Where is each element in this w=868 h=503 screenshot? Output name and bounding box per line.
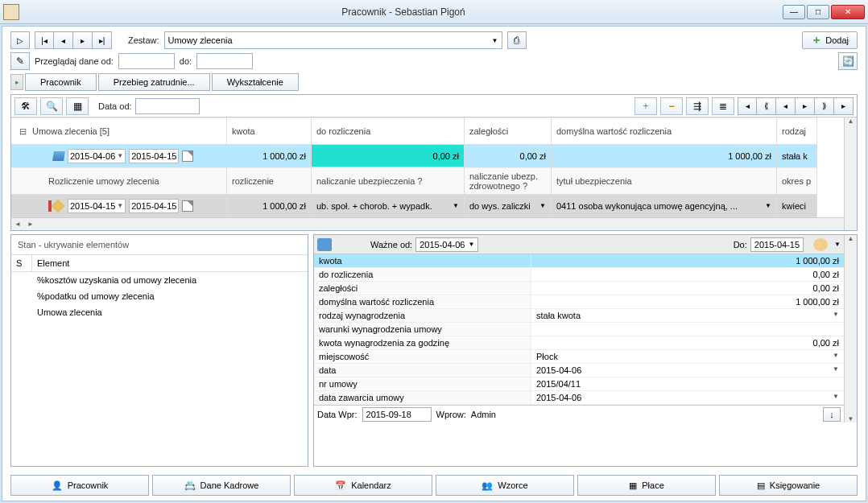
- detail-value[interactable]: 2015-04-06▼: [531, 364, 844, 377]
- grid-button[interactable]: ▦: [66, 97, 89, 115]
- collapse-icon[interactable]: ⊟: [16, 126, 29, 137]
- grid-header-okres[interactable]: okres p: [777, 167, 817, 195]
- grid-header-kwota[interactable]: kwota: [227, 118, 312, 145]
- zestaw-tool-button[interactable]: ⎙: [507, 31, 527, 49]
- detail-vertical-scrollbar[interactable]: ▲ ▼: [844, 235, 857, 423]
- chevron-down-icon[interactable]: ▼: [117, 152, 123, 159]
- detail-row[interactable]: do rozliczenia0,00 zł: [314, 268, 844, 282]
- grid-cell-nalicz-ubezp[interactable]: ub. społ. + chorob. + wypadk.▼: [312, 195, 465, 217]
- detail-value[interactable]: Płock▼: [531, 350, 844, 364]
- list-item[interactable]: %kosztów uzyskania od umowy zlecenia: [11, 272, 308, 288]
- data-wpr-field[interactable]: 2015-09-18: [362, 407, 432, 422]
- chevron-down-icon[interactable]: ▼: [833, 365, 839, 375]
- detail-row[interactable]: kwota1 000,00 zł: [314, 254, 844, 268]
- nav-first-button[interactable]: |◂: [35, 31, 54, 49]
- grid-header-zaleg[interactable]: zaległości: [465, 118, 552, 145]
- zestaw-select[interactable]: Umowy zlecenia ▼: [164, 31, 502, 49]
- minimize-button[interactable]: —: [783, 5, 805, 19]
- filter-button-2[interactable]: ≣: [712, 97, 734, 115]
- tab-pracownik[interactable]: Pracownik: [25, 73, 97, 91]
- grid-row-umowa[interactable]: 2015-04-06▼ 2015-04-15 1 000,00 zł 0,00 …: [11, 145, 844, 167]
- down-arrow-button[interactable]: ↓: [823, 407, 841, 422]
- bottom-tab-place[interactable]: ▦Płace: [577, 475, 716, 496]
- list-item[interactable]: %podatku od umowy zlecenia: [11, 288, 308, 304]
- detail-value[interactable]: [531, 323, 844, 336]
- add-button[interactable]: ＋ Dodaj: [802, 31, 858, 49]
- stan-col-s[interactable]: S: [11, 255, 32, 271]
- rozl-date2-field[interactable]: 2015-04-15: [129, 199, 179, 213]
- wazne-od-field[interactable]: 2015-04-06▼: [415, 237, 478, 252]
- chevron-down-icon[interactable]: ▼: [117, 202, 123, 209]
- page-icon[interactable]: [182, 150, 193, 162]
- chevron-down-icon[interactable]: ▼: [833, 311, 839, 320]
- grid-header-umowa[interactable]: ⊟ Umowa zlecenia [5]: [11, 118, 227, 145]
- date2-field[interactable]: 2015-04-15: [129, 149, 179, 163]
- close-button[interactable]: ✕: [831, 5, 865, 19]
- grid-header-nalicz-ubezp[interactable]: naliczanie ubezpieczenia ?: [312, 167, 465, 195]
- grid-prev-button[interactable]: ◂: [776, 97, 796, 115]
- grid-header-dorozl[interactable]: do rozliczenia: [312, 118, 465, 145]
- add-row-button[interactable]: ＋: [634, 97, 657, 115]
- grid-header-nalicz-zdrow[interactable]: naliczanie ubezp. zdrowotnego ?: [465, 167, 552, 195]
- chevron-down-icon[interactable]: ▼: [453, 202, 459, 209]
- tab-wyksztalcenie[interactable]: Wykształcenie: [212, 73, 299, 91]
- detail-row[interactable]: kwota wynagrodzenia za godzinę0,00 zł: [314, 336, 844, 350]
- chevron-down-icon[interactable]: ▼: [833, 352, 839, 361]
- detail-row[interactable]: rodzaj wynagrodzeniastała kwota▼: [314, 309, 844, 323]
- detail-value[interactable]: 1 000,00 zł: [531, 254, 844, 268]
- bottom-tab-wzorce[interactable]: 👥Wzorce: [436, 475, 574, 496]
- bottom-tab-kalendarz[interactable]: 📅Kalendarz: [294, 475, 432, 496]
- detail-row[interactable]: data2015-04-06▼: [314, 364, 844, 377]
- maximize-button[interactable]: □: [807, 5, 829, 19]
- date1-field[interactable]: 2015-04-06▼: [68, 149, 126, 163]
- remove-row-button[interactable]: −: [660, 97, 683, 115]
- grid-header-rozl[interactable]: Rozliczenie umowy zlecenia: [11, 167, 227, 195]
- grid-vertical-scrollbar[interactable]: ▲: [844, 118, 857, 230]
- detail-row[interactable]: domyślna wartość rozliczenia1 000,00 zł: [314, 295, 844, 309]
- filter-button-1[interactable]: ⇶: [686, 97, 709, 115]
- grid-header-domysl[interactable]: domyślna wartość rozliczenia: [552, 118, 777, 145]
- grid-header-rozl2[interactable]: rozliczenie: [227, 167, 312, 195]
- detail-value[interactable]: stała kwota▼: [531, 309, 844, 323]
- refresh-button[interactable]: 🔄: [838, 52, 858, 70]
- detail-row[interactable]: zaległości0,00 zł: [314, 282, 844, 295]
- detail-row[interactable]: miejscowośćPłock▼: [314, 350, 844, 364]
- grid-header-rodzaj[interactable]: rodzaj: [777, 118, 817, 145]
- detail-row[interactable]: warunki wynagrodzenia umowy: [314, 323, 844, 336]
- tools-button[interactable]: 🛠: [14, 97, 37, 115]
- nav-prev-button[interactable]: ◂: [54, 31, 73, 49]
- tab-przebieg[interactable]: Przebieg zatrudnie...: [98, 73, 210, 91]
- grid-fastprev-button[interactable]: ⟪: [757, 97, 776, 115]
- detail-row[interactable]: nr umowy2015/04/11: [314, 377, 844, 391]
- grid-horizontal-scrollbar[interactable]: [11, 217, 844, 230]
- chevron-down-icon[interactable]: ▼: [833, 393, 839, 402]
- detail-value[interactable]: 0,00 zł: [531, 336, 844, 350]
- grid-header-tytul[interactable]: tytuł ubezpieczenia: [552, 167, 777, 195]
- grid-date-from-input[interactable]: [135, 98, 200, 114]
- detail-row[interactable]: data zawarcia umowy2015-04-06▼: [314, 391, 844, 405]
- grid-next-button[interactable]: ▸: [796, 97, 815, 115]
- grid-cell-nalicz-zdrow[interactable]: do wys. zaliczki▼: [465, 195, 552, 217]
- page-icon[interactable]: [182, 200, 193, 212]
- nav-next-button[interactable]: ▸: [73, 31, 93, 49]
- detail-value[interactable]: 0,00 zł: [531, 282, 844, 295]
- search-button[interactable]: 🔍: [40, 97, 63, 115]
- detail-value[interactable]: 0,00 zł: [531, 268, 844, 282]
- nav-last-button[interactable]: ▸|: [93, 31, 112, 49]
- stan-col-element[interactable]: Element: [32, 255, 308, 271]
- edit-icon-button[interactable]: ✎: [10, 52, 30, 70]
- detail-value[interactable]: 2015-04-06▼: [531, 391, 844, 405]
- chevron-down-icon[interactable]: ▼: [765, 202, 771, 209]
- detail-value[interactable]: 2015/04/11: [531, 377, 844, 391]
- chevron-down-icon[interactable]: ▼: [834, 241, 841, 248]
- bottom-tab-dane-kadrowe[interactable]: 📇Dane Kadrowe: [152, 475, 291, 496]
- grid-row-rozliczenie[interactable]: 2015-04-15▼ 2015-04-15 1 000,00 zł ub. s…: [11, 195, 844, 217]
- date-from-input[interactable]: [118, 53, 175, 69]
- grid-cell-tytul[interactable]: 0411 osoba wykonująca umowę agencyjną, .…: [552, 195, 777, 217]
- play-button[interactable]: ▷: [10, 31, 30, 49]
- grid-first-button[interactable]: ◂: [738, 97, 757, 115]
- chevron-down-icon[interactable]: ▼: [539, 202, 546, 209]
- rozl-date1-field[interactable]: 2015-04-15▼: [68, 199, 126, 213]
- bottom-tab-pracownik[interactable]: 👤Pracownik: [10, 475, 149, 496]
- date-to-input[interactable]: [196, 53, 253, 69]
